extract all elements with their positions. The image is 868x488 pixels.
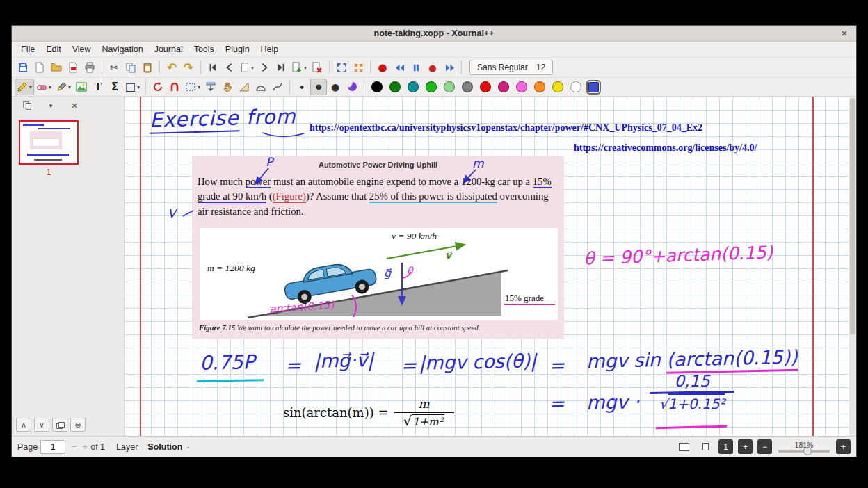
zoom-out-button[interactable]: − (757, 439, 772, 454)
color-swatch-orange[interactable] (534, 81, 545, 92)
zoom-slider[interactable] (778, 450, 830, 453)
presentation-button[interactable] (350, 59, 367, 76)
thickness-medium-button[interactable]: ● (310, 79, 327, 95)
stop-button[interactable]: ● (424, 59, 441, 76)
new-page-button[interactable]: ▾ (289, 59, 309, 76)
last-page-button[interactable] (273, 59, 289, 76)
color-swatch-dark-green[interactable] (389, 81, 401, 92)
font-button[interactable]: Sans Regular 12 (469, 60, 553, 75)
color-swatch-teal[interactable] (408, 81, 419, 92)
arc-tool-button[interactable] (252, 79, 269, 95)
new-file-button[interactable] (31, 59, 48, 76)
image-tool-button[interactable] (73, 79, 90, 95)
menu-help[interactable]: Help (256, 43, 284, 56)
sidebar-dropdown-button[interactable]: ▾ (44, 99, 58, 113)
thumbnail-mark (27, 154, 69, 156)
single-page-view-button[interactable] (697, 439, 714, 455)
duplicate-icon (56, 422, 63, 428)
vertical-scrollbar[interactable] (849, 97, 856, 436)
menu-file[interactable]: File (16, 43, 40, 56)
pen-tool-button[interactable]: ▾ (15, 79, 34, 95)
color-swatch-blue-selected[interactable] (588, 82, 599, 92)
select-rectangle-button[interactable]: ▾ (183, 79, 202, 95)
save-button[interactable] (15, 59, 31, 76)
open-button[interactable] (48, 59, 65, 76)
sidebar-pages-button[interactable] (20, 99, 34, 113)
page-down-button[interactable]: ∨ (34, 418, 49, 432)
vertical-space-button[interactable] (202, 79, 219, 95)
page-1-thumbnail[interactable] (19, 120, 79, 165)
fill-tool-button[interactable] (344, 79, 360, 95)
license-url-link[interactable]: https://creativecommons.org/licenses/by/… (574, 143, 757, 154)
shape-recognizer-button[interactable] (166, 79, 183, 95)
problem-text: How much power must an automobile engine… (198, 174, 561, 219)
text-tool-button[interactable]: T (90, 79, 106, 95)
page-up-button[interactable]: ∧ (16, 418, 31, 432)
first-page-button[interactable] (204, 59, 221, 76)
color-swatch-gray[interactable] (462, 81, 473, 92)
tex-tool-button[interactable]: Σ (106, 79, 123, 95)
color-swatch-red[interactable] (480, 81, 491, 92)
scrollbar-thumb[interactable] (850, 98, 855, 334)
xournalpp-window: note-taking.xopp - Xournal++ × File Edit… (11, 25, 857, 457)
color-swatch-black[interactable] (371, 81, 383, 92)
pause-button[interactable] (408, 59, 424, 76)
cut-button[interactable]: ✂ (106, 59, 122, 76)
undo-button[interactable]: ↶ (163, 59, 180, 76)
color-swatch-yellow[interactable] (552, 81, 563, 92)
redo-button[interactable]: ↷ (180, 59, 197, 76)
menu-journal[interactable]: Journal (150, 43, 188, 56)
figure-link[interactable]: (Figure) (273, 190, 306, 203)
zoom-100-button[interactable]: 1 (718, 439, 733, 454)
page-select-button[interactable]: ▾ (238, 59, 256, 76)
fullscreen-button[interactable] (333, 59, 350, 76)
layer-dropdown[interactable]: Solution ⌄ (147, 442, 191, 452)
record-audio-button[interactable]: ● (374, 59, 391, 76)
delete-page-button[interactable] (309, 59, 326, 76)
paste-button[interactable] (139, 59, 156, 76)
next-page-button[interactable] (256, 59, 273, 76)
page-number-input[interactable] (40, 440, 65, 454)
zoom-slider-knob[interactable] (803, 447, 812, 455)
hand-tool-button[interactable] (219, 79, 236, 95)
menu-tools[interactable]: Tools (189, 43, 219, 56)
page-icon (240, 63, 250, 72)
color-swatch-white[interactable] (570, 81, 581, 92)
page-canvas[interactable]: Exercise from https://opentextbc.ca/univ… (124, 97, 856, 436)
window-close-button[interactable]: × (838, 27, 851, 40)
color-swatch-light-green[interactable] (444, 81, 455, 92)
spline-tool-button[interactable] (269, 79, 286, 95)
dual-page-icon (679, 443, 689, 450)
shape-tool-button[interactable]: □▾ (123, 79, 142, 95)
duplicate-page-button[interactable] (52, 418, 67, 432)
fraction-sqrt-sign: √ (659, 396, 668, 412)
previous-page-button[interactable] (221, 59, 238, 76)
eraser-tool-button[interactable]: ▾ (34, 79, 54, 95)
menu-edit[interactable]: Edit (41, 43, 66, 56)
menu-view[interactable]: View (67, 43, 96, 56)
export-pdf-button[interactable] (65, 59, 81, 76)
page-increment-button[interactable]: + (79, 441, 90, 453)
forward-button[interactable] (441, 59, 458, 76)
default-tool-button[interactable] (150, 79, 166, 95)
zoom-in-button[interactable]: + (738, 439, 753, 454)
color-swatch-magenta[interactable] (516, 81, 527, 92)
menu-navigation[interactable]: Navigation (97, 43, 148, 56)
dual-page-view-button[interactable] (675, 439, 692, 455)
corner-plus-button[interactable]: + (836, 439, 851, 454)
copy-button[interactable] (122, 59, 139, 76)
menu-plugin[interactable]: Plugin (220, 43, 255, 56)
thickness-fine-button[interactable]: ● (294, 79, 310, 95)
print-button[interactable] (81, 59, 98, 76)
ruler-tool-button[interactable] (236, 79, 252, 95)
highlighter-tool-button[interactable]: ▾ (54, 79, 73, 95)
sidebar-close-button[interactable]: × (67, 99, 81, 113)
color-swatch-green[interactable] (426, 81, 437, 92)
source-url-link[interactable]: https://opentextbc.ca/universityphysicsv… (310, 122, 702, 133)
thickness-thick-button[interactable]: ● (327, 79, 344, 95)
rewind-button[interactable] (391, 59, 408, 76)
fullscreen-icon (337, 63, 347, 73)
page-decrement-button[interactable]: − (68, 441, 79, 453)
color-swatch-dark-pink[interactable] (498, 81, 509, 92)
close-panel-button[interactable]: ⊗ (70, 418, 86, 432)
